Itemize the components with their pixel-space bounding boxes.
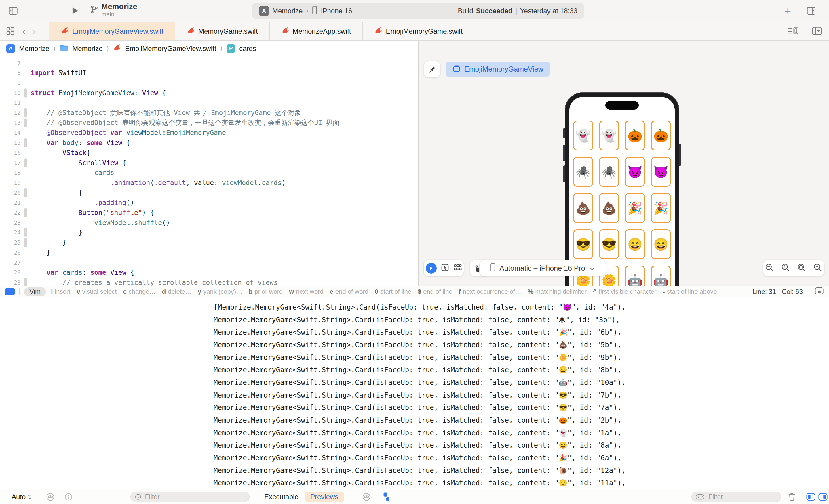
vim-mode-badge: Vim (24, 287, 46, 296)
card-emoji: 🕷️ (602, 165, 617, 179)
memory-card[interactable]: 😄 (651, 229, 671, 259)
zoom-in-icon[interactable] (813, 263, 822, 273)
code-line-17[interactable]: 17 ScrollView { (0, 158, 418, 168)
console-filter-field[interactable] (691, 492, 781, 502)
activity-status-bar[interactable]: A Memorize ⟩ iPhone 16 Build Succeeded |… (252, 3, 584, 19)
editor-tab-2[interactable]: MemorizeApp.swift (270, 22, 363, 40)
memory-card[interactable]: 😎 (573, 229, 593, 259)
previews-process-chip[interactable]: Previews (304, 491, 344, 503)
add-tab-button[interactable]: + (785, 6, 791, 15)
code-line-20[interactable]: 20 } (0, 188, 418, 198)
go-forward-icon[interactable]: › (33, 27, 36, 36)
scheme-project-area[interactable]: Memorize main (90, 2, 137, 18)
show-variables-view-toggle[interactable] (806, 489, 816, 504)
pin-preview-button[interactable] (424, 61, 440, 78)
line-number: 11 (0, 99, 21, 106)
code-line-8[interactable]: 8import SwiftUI (0, 68, 418, 78)
toggle-left-sidebar-icon[interactable] (8, 6, 19, 17)
code-line-18[interactable]: 18 cards (0, 168, 418, 178)
memory-card[interactable]: 🕷️ (573, 157, 593, 187)
clear-console-trash-icon[interactable] (787, 489, 797, 504)
jump-bar: A Memorize ⟩ Memorize ⟩ EmojiMemoryGameV… (0, 41, 418, 57)
project-app-icon[interactable]: A (6, 44, 15, 53)
code-line-15[interactable]: 15 var body: some View { (0, 138, 418, 148)
memory-card[interactable]: 🕷️ (599, 157, 619, 187)
code-line-28[interactable]: 28 var cards: some View { (0, 268, 418, 278)
filter-input[interactable] (708, 493, 777, 501)
code-line-9[interactable]: 9 (0, 78, 418, 88)
variables-scope-selector[interactable]: Auto (11, 489, 32, 504)
memory-card[interactable]: 🎉 (625, 193, 645, 223)
tab-overview-icon[interactable] (6, 26, 15, 37)
selectable-mode-icon[interactable] (441, 263, 449, 273)
console-mode-icon[interactable] (382, 489, 391, 504)
memory-card[interactable]: 😎 (599, 229, 619, 259)
memory-card[interactable]: 🎉 (651, 193, 671, 223)
code-line-22[interactable]: 22 Button("shuffle") { (0, 208, 418, 218)
memory-card[interactable]: 🎃 (625, 120, 645, 150)
editor-options-icon[interactable] (787, 26, 799, 37)
code-text: var body: some View { (31, 139, 130, 146)
change-bar-slot (21, 88, 31, 98)
show-values-eye-icon[interactable] (45, 489, 55, 504)
zoom-out-icon[interactable] (765, 263, 774, 273)
show-console-toggle[interactable] (818, 489, 828, 504)
preview-device-selector[interactable]: Automatic – iPhone 16 Pro (479, 260, 606, 276)
code-line-19[interactable]: 19 .animation(.default, value: viewModel… (0, 178, 418, 188)
line-number: 19 (0, 179, 21, 186)
code-line-10[interactable]: 10struct EmojiMemoryGameView: View { (0, 88, 418, 98)
memory-card[interactable]: 😄 (625, 229, 645, 259)
toggle-right-sidebar-icon[interactable] (806, 6, 816, 17)
zoom-100-icon[interactable] (781, 263, 790, 273)
memory-card[interactable]: 🤖 (651, 266, 671, 286)
editor-bottom-bar-icon[interactable] (815, 287, 824, 297)
memory-card[interactable]: 💩 (599, 193, 619, 223)
preview-target-chip[interactable]: EmojiMemoryGameView (446, 62, 550, 77)
code-line-23[interactable]: 23 viewModel.shuffle() (0, 218, 418, 228)
live-preview-button[interactable] (426, 263, 437, 274)
go-back-icon[interactable]: ‹ (23, 27, 25, 36)
memory-card[interactable]: 👻 (573, 120, 593, 150)
code-line-27[interactable]: 27 (0, 258, 418, 268)
code-line-12[interactable]: 12 // @StateObject 意味着你不能和其他 View 共享 Emo… (0, 108, 418, 118)
zoom-fit-icon[interactable] (797, 263, 806, 273)
breadcrumb-group[interactable]: Memorize (72, 45, 103, 53)
memory-card[interactable]: 🤖 (625, 266, 645, 286)
line-number: 29 (0, 279, 21, 286)
debug-pane-divider[interactable] (212, 298, 212, 489)
breadcrumb-project[interactable]: Memorize (19, 45, 49, 53)
breadcrumb-symbol[interactable]: cards (239, 45, 256, 53)
source-editor[interactable]: 78import SwiftUI910struct EmojiMemoryGam… (0, 57, 418, 286)
memory-card[interactable]: 💩 (573, 193, 593, 223)
code-line-25[interactable]: 25 } (0, 238, 418, 248)
filter-input[interactable] (144, 493, 245, 501)
variables-filter-field[interactable] (131, 492, 250, 502)
info-icon[interactable] (64, 489, 73, 504)
variants-mode-icon[interactable] (454, 263, 462, 273)
console-line-15: Memorize.MemoryGame<Swift.String>.Card(i… (214, 477, 626, 489)
vim-hint: fnext occurrence of… (459, 288, 521, 296)
memory-card[interactable]: 🎃 (651, 120, 671, 150)
code-line-26[interactable]: 26 } (0, 247, 418, 258)
editor-tab-3[interactable]: EmojiMemoryGame.swift (363, 22, 474, 40)
memory-card[interactable]: 👻 (599, 120, 619, 150)
breadcrumb-file[interactable]: EmojiMemoryGameView.swift (125, 45, 216, 53)
code-line-21[interactable]: 21 .padding() (0, 198, 418, 208)
code-line-13[interactable]: 13 // @ObservedObject 表明你会观察这个变量，一旦这个变量发… (0, 118, 418, 128)
editor-tab-0[interactable]: EmojiMemoryGameView.swift (49, 22, 175, 40)
code-line-29[interactable]: 29 // creates a vertically scrollable co… (0, 277, 418, 286)
code-text: cards (31, 169, 114, 176)
run-button[interactable] (70, 6, 79, 17)
code-line-7[interactable]: 7 (0, 58, 418, 68)
code-line-16[interactable]: 16 VStack{ (0, 148, 418, 158)
code-line-24[interactable]: 24 } (0, 228, 418, 238)
add-editor-icon[interactable] (812, 26, 822, 37)
console-eye-icon[interactable] (362, 489, 371, 504)
memory-card[interactable]: 😈 (651, 157, 671, 187)
vim-hint: 0start of line (375, 288, 411, 296)
source-control-change-bar (24, 238, 27, 247)
code-line-14[interactable]: 14 @ObservedObject var viewModel:EmojiMe… (0, 128, 418, 138)
editor-tab-1[interactable]: MemoryGame.swift (175, 22, 270, 40)
memory-card[interactable]: 😈 (625, 157, 645, 187)
code-line-11[interactable]: 11 (0, 98, 418, 108)
